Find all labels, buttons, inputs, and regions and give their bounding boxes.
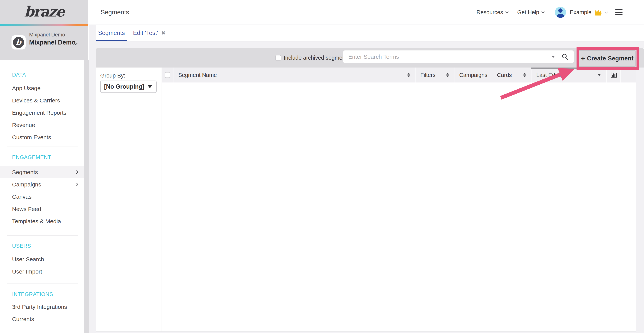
sidebar-item-label: Currents	[12, 316, 34, 322]
sort-icon[interactable]	[446, 73, 449, 77]
topbar: Segments Resources Get Help Example	[88, 0, 644, 25]
sidebar-divider	[7, 235, 78, 236]
search-box	[343, 51, 574, 63]
column-label: Cards	[497, 72, 512, 78]
content-gap	[96, 42, 644, 48]
chevron-down-icon	[605, 10, 608, 14]
column-label: Filters	[420, 72, 436, 78]
chevron-down-icon	[542, 10, 545, 14]
braze-logo: braze	[0, 0, 88, 23]
sidebar-item-news-feed[interactable]: News Feed	[0, 203, 84, 215]
search-dropdown-caret-icon[interactable]	[552, 56, 555, 58]
dropdown-caret-icon	[148, 85, 152, 88]
tab-segments[interactable]: Segments	[96, 25, 127, 41]
sidebar-item-templates-media[interactable]: Templates & Media	[0, 215, 84, 227]
column-spare	[620, 68, 636, 83]
bar-chart-icon[interactable]	[610, 72, 617, 78]
include-archived-label[interactable]: Include archived segments	[284, 48, 350, 68]
sidebar-item-devices-carriers[interactable]: Devices & Carriers	[0, 94, 84, 107]
resources-menu[interactable]: Resources	[476, 9, 508, 16]
sidebar-item-label: Engagement Reports	[12, 110, 66, 116]
menu-icon[interactable]	[615, 9, 622, 15]
get-help-menu[interactable]: Get Help	[517, 9, 544, 16]
segments-table-header: Segment Name Filters Campaigns Cards Las…	[162, 68, 636, 83]
sidebar-item-label: User Search	[12, 256, 44, 262]
panel-table-divider	[162, 68, 162, 331]
sidebar-item-label: Templates & Media	[12, 218, 61, 224]
sidebar-item-campaigns[interactable]: Campaigns	[0, 178, 84, 191]
sidebar-item-user-import[interactable]: User Import	[0, 265, 84, 278]
sidebar-item-revenue[interactable]: Revenue	[0, 119, 84, 131]
table-horizontal-scrollbar-track	[96, 331, 636, 333]
group-by-dropdown[interactable]: [No Grouping]	[100, 81, 156, 93]
sidebar-item-custom-events[interactable]: Custom Events	[0, 131, 84, 143]
sidebar-item-label: Campaigns	[12, 181, 41, 188]
workspace-icon: b	[12, 35, 26, 50]
column-campaigns: Campaigns	[454, 68, 492, 83]
sidebar-section-engagement: ENGAGEMENT	[0, 154, 84, 161]
braze-b-icon: b	[13, 37, 24, 48]
sidebar-item-label: News Feed	[12, 206, 41, 212]
column-label: Segment Name	[178, 72, 217, 78]
chevron-right-icon	[75, 170, 78, 174]
sorted-column-indicator	[531, 68, 636, 69]
sidebar-item-label: Devices & Carriers	[12, 97, 60, 104]
avatar	[555, 7, 566, 18]
column-cards[interactable]: Cards	[492, 68, 531, 83]
sidebar-item-label: Canvas	[12, 194, 32, 200]
group-by-panel: Group By: [No Grouping]	[96, 68, 162, 331]
sidebar-item-label: Revenue	[12, 122, 35, 128]
table-scrollbar-track	[636, 68, 644, 333]
segments-toolbar: Include archived segments	[96, 48, 644, 68]
column-dropdown-caret-icon[interactable]	[598, 74, 601, 76]
column-filters[interactable]: Filters	[415, 68, 454, 83]
account-name: Example	[570, 9, 592, 16]
chevron-right-icon	[75, 183, 78, 186]
close-icon[interactable]: ✖	[161, 30, 166, 36]
search-icon[interactable]	[562, 53, 569, 61]
column-label: Last Edited	[536, 72, 564, 78]
column-segment-name[interactable]: Segment Name	[173, 68, 415, 83]
sidebar-item-3rd-party-integrations[interactable]: 3rd Party Integrations	[0, 301, 84, 313]
sort-icon[interactable]	[524, 73, 526, 77]
tab-label: Edit 'Test'	[133, 30, 158, 37]
sidebar-nav: DATA App Usage Devices & Carriers Engage…	[0, 60, 84, 333]
account-menu[interactable]: Example	[555, 7, 608, 18]
select-all-checkbox[interactable]	[165, 72, 170, 78]
crown-icon	[594, 9, 602, 16]
sort-icon[interactable]	[408, 73, 410, 77]
sidebar-divider	[7, 147, 78, 147]
sidebar-item-canvas[interactable]: Canvas	[0, 191, 84, 203]
column-label: Campaigns	[459, 72, 488, 78]
group-by-value: [No Grouping]	[104, 81, 144, 93]
sidebar-item-label: 3rd Party Integrations	[12, 304, 67, 310]
sidebar-item-app-usage[interactable]: App Usage	[0, 82, 84, 94]
sidebar-item-currents[interactable]: Currents	[0, 313, 84, 325]
sidebar-scrollbar-track	[84, 60, 89, 333]
workspace-selector[interactable]: b Mixpanel Demo Mixpanel Demo	[0, 26, 88, 60]
sidebar-section-data: DATA	[0, 71, 84, 78]
tabbar: Segments Edit 'Test' ✖	[96, 25, 644, 42]
chevron-down-icon	[505, 10, 508, 14]
resources-label: Resources	[476, 9, 503, 16]
sidebar-item-label: User Import	[12, 268, 42, 275]
create-segment-label: Create Segment	[587, 55, 634, 62]
sidebar-item-user-search[interactable]: User Search	[0, 253, 84, 265]
page-gutter	[89, 25, 96, 333]
column-analytics[interactable]	[606, 68, 620, 83]
tab-edit-test[interactable]: Edit 'Test' ✖	[133, 25, 166, 41]
active-tab-underline	[96, 40, 127, 41]
sidebar-item-engagement-reports[interactable]: Engagement Reports	[0, 107, 84, 119]
select-all-cell	[162, 68, 173, 83]
sidebar-item-segments[interactable]: Segments	[0, 166, 84, 178]
sidebar-divider	[7, 283, 78, 284]
workspace-app-label: Mixpanel Demo	[29, 32, 65, 38]
include-archived-checkbox[interactable]	[275, 55, 281, 61]
tab-label: Segments	[98, 30, 125, 36]
logo-block: braze	[0, 0, 88, 24]
column-last-edited[interactable]: Last Edited	[531, 68, 606, 83]
sidebar-item-label: App Usage	[12, 85, 40, 91]
sidebar-section-users: USERS	[0, 242, 84, 249]
create-segment-button[interactable]: + Create Segment	[579, 50, 636, 67]
search-input[interactable]	[343, 51, 574, 63]
